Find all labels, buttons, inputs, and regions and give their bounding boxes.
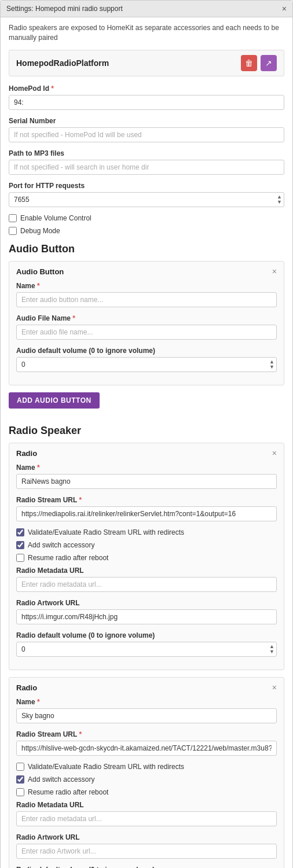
radio-0-resume-label: Resume radio after reboot (28, 554, 108, 562)
radio-1-resume-row: Resume radio after reboot (16, 788, 277, 796)
radio-card-1: Radio × Name * Radio Stream URL * Valida… (9, 677, 284, 868)
homepod-id-field: HomePod Id * (9, 84, 284, 110)
radio-1-stream-field: Radio Stream URL * (16, 730, 277, 756)
port-field: Port for HTTP requests ▲▼ (9, 182, 284, 207)
radio-card-0-close[interactable]: × (272, 449, 277, 457)
radio-0-volume-label: Radio default volume (0 to ignore volume… (16, 631, 277, 639)
radio-1-validate-label: Validate/Evaluate Radio Stream URL with … (28, 763, 184, 771)
port-label: Port for HTTP requests (9, 182, 284, 190)
audio-button-card: Audio Button × Name * Audio File Name * … (9, 261, 284, 385)
audio-volume-label: Audio default volume (0 to ignore volume… (16, 347, 277, 355)
radio-1-validate-checkbox[interactable] (16, 763, 24, 771)
radio-0-volume-spinner: ▲▼ (16, 642, 277, 657)
radio-0-metadata-field: Radio Metadata URL (16, 567, 277, 592)
radio-0-stream-label: Radio Stream URL * (16, 496, 277, 504)
radio-section-title: Radio Speaker (9, 425, 284, 437)
audio-button-card-title: Audio Button (16, 267, 64, 276)
radio-0-switch-checkbox[interactable] (16, 541, 24, 549)
debug-mode-row: Debug Mode (9, 227, 284, 235)
platform-header: HomepodRadioPlatform 🗑 ↗ (9, 50, 284, 76)
radio-0-metadata-label: Radio Metadata URL (16, 567, 277, 575)
radio-0-name-field: Name * (16, 464, 277, 489)
radio-0-artwork-label: Radio Artwork URL (16, 599, 277, 607)
radio-0-switch-row: Add switch accessory (16, 541, 277, 549)
add-audio-button[interactable]: ADD AUDIO BUTTON (9, 392, 100, 409)
path-mp3-field: Path to MP3 files (9, 149, 284, 175)
delete-platform-button[interactable]: 🗑 (241, 55, 257, 71)
path-mp3-input[interactable] (9, 160, 284, 175)
radio-1-artwork-input[interactable] (16, 844, 277, 859)
radio-1-metadata-input[interactable] (16, 811, 277, 826)
radio-0-stream-field: Radio Stream URL * (16, 496, 277, 521)
radio-card-1-title: Radio (16, 683, 37, 692)
radio-0-name-input[interactable] (16, 474, 277, 489)
radio-0-metadata-input[interactable] (16, 577, 277, 592)
audio-volume-arrows[interactable]: ▲▼ (269, 359, 274, 370)
audio-file-field: Audio File Name * (16, 314, 277, 340)
radio-0-artwork-input[interactable] (16, 609, 277, 624)
radio-card-0: Radio × Name * Radio Stream URL * Valida… (9, 443, 284, 670)
radio-1-name-field: Name * (16, 698, 277, 723)
homepod-id-label: HomePod Id * (9, 84, 284, 93)
enable-volume-checkbox[interactable] (9, 214, 17, 222)
serial-number-label: Serial Number (9, 117, 284, 125)
radio-card-1-close[interactable]: × (272, 683, 277, 692)
description-text: Radio speakers are exposed to HomeKit as… (9, 23, 284, 43)
audio-name-input[interactable] (16, 292, 277, 307)
radio-1-resume-label: Resume radio after reboot (28, 788, 108, 796)
audio-volume-spinner: ▲▼ (16, 357, 277, 372)
radio-0-validate-row: Validate/Evaluate Radio Stream URL with … (16, 528, 277, 536)
radio-card-0-header: Radio × (16, 449, 277, 458)
audio-volume-input[interactable] (16, 357, 277, 372)
debug-mode-label: Debug Mode (20, 227, 60, 235)
audio-volume-field: Audio default volume (0 to ignore volume… (16, 347, 277, 372)
audio-button-card-header: Audio Button × (16, 267, 277, 276)
radio-1-switch-checkbox[interactable] (16, 775, 24, 784)
radio-1-switch-label: Add switch accessory (28, 775, 94, 784)
radio-card-0-title: Radio (16, 449, 37, 458)
radio-1-name-label: Name * (16, 698, 277, 706)
radio-0-resume-row: Resume radio after reboot (16, 554, 277, 562)
radio-0-validate-label: Validate/Evaluate Radio Stream URL with … (28, 528, 184, 536)
audio-button-close[interactable]: × (272, 267, 277, 275)
window-title: Settings: Homepod mini radio support (6, 5, 123, 13)
homepod-id-input[interactable] (9, 95, 284, 110)
edit-platform-button[interactable]: ↗ (261, 55, 277, 71)
radio-card-1-header: Radio × (16, 683, 277, 692)
audio-file-label: Audio File Name * (16, 314, 277, 322)
platform-actions: 🗑 ↗ (241, 55, 277, 71)
debug-mode-checkbox[interactable] (9, 227, 17, 235)
port-spinner-arrows[interactable]: ▲▼ (277, 194, 282, 205)
title-bar: Settings: Homepod mini radio support × (1, 1, 292, 17)
radio-0-stream-input[interactable] (16, 506, 277, 521)
audio-file-input[interactable] (16, 325, 277, 340)
radio-1-artwork-field: Radio Artwork URL (16, 833, 277, 859)
enable-volume-label: Enable Volume Control (20, 214, 91, 222)
platform-title: HomepodRadioPlatform (16, 58, 109, 68)
radio-0-volume-field: Radio default volume (0 to ignore volume… (16, 631, 277, 657)
radio-0-volume-input[interactable] (16, 642, 277, 657)
port-input[interactable] (9, 192, 284, 207)
radio-1-stream-label: Radio Stream URL * (16, 730, 277, 738)
radio-0-resume-checkbox[interactable] (16, 554, 24, 562)
radio-1-name-input[interactable] (16, 708, 277, 723)
radio-1-metadata-label: Radio Metadata URL (16, 801, 277, 809)
radio-1-resume-checkbox[interactable] (16, 788, 24, 796)
main-content: Radio speakers are exposed to HomeKit as… (1, 17, 292, 868)
radio-1-switch-row: Add switch accessory (16, 775, 277, 784)
close-button[interactable]: × (282, 4, 287, 13)
audio-button-section-title: Audio Button (9, 243, 284, 255)
radio-1-volume-field: Radio default volume (0 to ignore volume… (16, 866, 277, 868)
radio-0-validate-checkbox[interactable] (16, 528, 24, 536)
path-mp3-label: Path to MP3 files (9, 149, 284, 157)
radio-1-validate-row: Validate/Evaluate Radio Stream URL with … (16, 763, 277, 771)
radio-1-stream-input[interactable] (16, 741, 277, 756)
radio-0-volume-arrows[interactable]: ▲▼ (269, 644, 274, 654)
radio-0-artwork-field: Radio Artwork URL (16, 599, 277, 624)
audio-name-label: Name * (16, 282, 277, 290)
radio-0-switch-label: Add switch accessory (28, 541, 94, 549)
serial-number-input[interactable] (9, 127, 284, 142)
port-spinner: ▲▼ (9, 192, 284, 207)
audio-name-field: Name * (16, 282, 277, 307)
serial-number-field: Serial Number (9, 117, 284, 142)
